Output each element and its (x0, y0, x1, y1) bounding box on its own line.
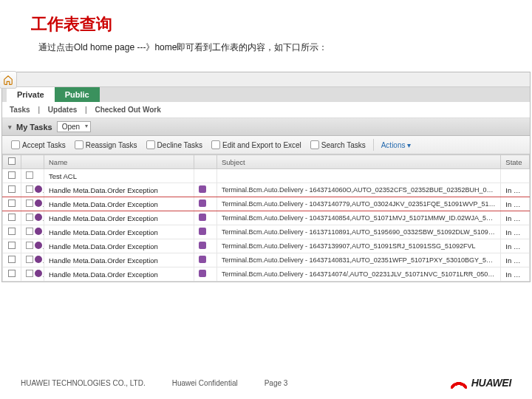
row-name: Handle Meta.Data.Order Exception (44, 197, 194, 211)
row-state: In Work (501, 253, 530, 267)
row-state: In Work (501, 211, 530, 225)
row-type-icon (26, 256, 42, 263)
toolbar: Accept Tasks Reassign Tasks Decline Task… (2, 136, 530, 154)
row-checkbox[interactable] (8, 242, 16, 249)
footer-company: HUAWEI TECHNOLOGIES CO., LTD. (21, 379, 146, 387)
table-row[interactable]: Test ACL (3, 169, 530, 183)
role-icon (199, 214, 206, 221)
row-subject: Terminal.Bcm.Auto.Delivery - 1643714060O… (216, 183, 500, 197)
row-subject: Terminal.Bcm.Auto.Delivery - 16437139907… (216, 239, 500, 253)
role-icon (199, 200, 206, 207)
table-row[interactable]: Handle Meta.Data.Order ExceptionTerminal… (3, 253, 530, 267)
export-icon (211, 140, 220, 149)
info-icon[interactable] (35, 270, 42, 277)
col-checkbox[interactable] (3, 155, 21, 169)
table-row[interactable]: Handle Meta.Data.Order ExceptionTerminal… (3, 183, 530, 197)
table-header-row: Name Subject State (3, 155, 530, 169)
home-icon[interactable] (0, 71, 17, 89)
col-state[interactable]: State (501, 155, 530, 169)
huawei-logo-text: HUAWEI (471, 377, 511, 389)
huawei-logo: HUAWEI (451, 377, 511, 389)
role-icon (199, 270, 206, 277)
tabs: Private Public (2, 87, 530, 102)
row-name: Handle Meta.Data.Order Exception (44, 267, 194, 282)
row-state: In Work (501, 225, 530, 239)
col-icons (21, 155, 44, 169)
search-tasks-button[interactable]: Search Tasks (306, 139, 370, 151)
row-subject: Terminal.Bcm.Auto.Delivery - 16437140831… (216, 253, 500, 267)
decline-icon (146, 140, 155, 149)
row-checkbox[interactable] (8, 228, 16, 235)
tab-public[interactable]: Public (55, 87, 100, 102)
info-icon[interactable] (35, 200, 42, 207)
info-icon[interactable] (35, 242, 42, 249)
subnav-checked-out[interactable]: Checked Out Work (95, 106, 160, 114)
role-icon (199, 185, 206, 193)
row-subject: Terminal.Bcm.Auto.Delivery - 10437140854… (216, 211, 500, 225)
row-checkbox[interactable] (8, 214, 16, 221)
row-name: Handle Meta.Data.Order Exception (44, 225, 194, 239)
table-row[interactable]: Handle Meta.Data.Order ExceptionTerminal… (3, 211, 530, 225)
row-type-icon (26, 200, 42, 207)
row-checkbox[interactable] (8, 256, 16, 263)
table-row[interactable]: Handle Meta.Data.Order ExceptionTerminal… (3, 239, 530, 253)
slide-title: 工作表查询 (0, 0, 532, 40)
status-dropdown[interactable]: Open (57, 121, 91, 132)
role-icon (199, 256, 206, 263)
row-state: In Work (501, 183, 530, 197)
row-state (501, 169, 530, 183)
actions-dropdown[interactable]: Actions ▾ (377, 140, 416, 151)
footer-page: Page 3 (265, 379, 288, 387)
accept-icon (11, 140, 20, 149)
row-type-icon (26, 242, 42, 249)
huawei-logo-icon (451, 377, 467, 389)
table-row[interactable]: Handle Meta.Data.Order ExceptionTerminal… (3, 197, 530, 211)
tab-private[interactable]: Private (7, 87, 55, 102)
subnav-tasks[interactable]: Tasks (10, 106, 30, 114)
section-header: ▾ My Tasks Open (2, 118, 530, 136)
row-name: Handle Meta.Data.Order Exception (44, 211, 194, 225)
info-icon[interactable] (35, 228, 42, 235)
row-name: Handle Meta.Data.Order Exception (44, 253, 194, 267)
role-icon (199, 228, 206, 235)
row-state: In Work (501, 267, 530, 282)
row-name: Handle Meta.Data.Order Exception (44, 183, 194, 197)
topstrip (2, 72, 530, 87)
edit-export-button[interactable]: Edit and Export to Excel (207, 139, 306, 151)
row-type-icon (26, 214, 42, 221)
col-role (194, 155, 217, 169)
slide-description: 通过点击Old home page ---》home即可看到工作表的内容，如下口… (0, 40, 532, 61)
row-type-icon (26, 270, 42, 277)
accept-tasks-button[interactable]: Accept Tasks (7, 139, 70, 151)
row-subject (216, 169, 500, 183)
footer: HUAWEI TECHNOLOGIES CO., LTD. Huawei Con… (0, 377, 532, 389)
row-type-icon (26, 171, 33, 179)
subnav-updates[interactable]: Updates (48, 106, 77, 114)
row-checkbox[interactable] (8, 171, 16, 179)
info-icon[interactable] (35, 256, 42, 263)
row-subject: Terminal.Bcm.Auto.Delivery - 1643714074/… (216, 267, 500, 282)
col-name[interactable]: Name (44, 155, 194, 169)
collapse-icon[interactable]: ▾ (8, 123, 12, 131)
reassign-icon (75, 140, 83, 149)
info-icon[interactable] (35, 185, 42, 193)
row-subject: Terminal.Bcm.Auto.Delivery - 16137110891… (216, 225, 500, 239)
app-panel: Private Public Tasks | Updates | Checked… (1, 72, 531, 282)
table-row[interactable]: Handle Meta.Data.Order ExceptionTerminal… (3, 267, 530, 282)
row-type-icon (26, 185, 42, 193)
row-checkbox[interactable] (8, 270, 16, 277)
decline-tasks-button[interactable]: Decline Tasks (142, 139, 208, 151)
row-checkbox[interactable] (8, 185, 16, 193)
reassign-tasks-button[interactable]: Reassign Tasks (70, 139, 142, 151)
table-row[interactable]: Handle Meta.Data.Order ExceptionTerminal… (3, 225, 530, 239)
info-icon[interactable] (35, 214, 42, 221)
col-subject[interactable]: Subject (216, 155, 500, 169)
search-icon (310, 140, 319, 149)
row-checkbox[interactable] (8, 200, 16, 207)
row-name: Handle Meta.Data.Order Exception (44, 239, 194, 253)
tasks-table: Name Subject State Test ACLHandle Meta.D… (2, 154, 530, 282)
row-name: Test ACL (44, 169, 194, 183)
row-state: In Work (501, 239, 530, 253)
role-icon (199, 242, 206, 249)
row-type-icon (26, 228, 42, 235)
